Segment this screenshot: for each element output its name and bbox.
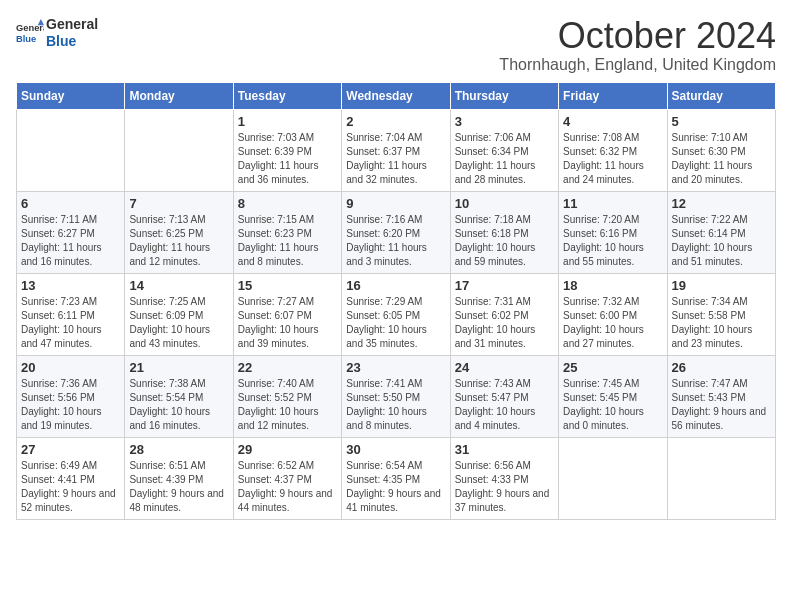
calendar-cell: 25Sunrise: 7:45 AM Sunset: 5:45 PM Dayli… bbox=[559, 355, 667, 437]
day-number: 2 bbox=[346, 114, 445, 129]
day-number: 11 bbox=[563, 196, 662, 211]
month-title: October 2024 bbox=[499, 16, 776, 56]
calendar-cell: 9Sunrise: 7:16 AM Sunset: 6:20 PM Daylig… bbox=[342, 191, 450, 273]
day-info: Sunrise: 7:11 AM Sunset: 6:27 PM Dayligh… bbox=[21, 213, 120, 269]
logo: General Blue General Blue bbox=[16, 16, 98, 50]
calendar-cell: 13Sunrise: 7:23 AM Sunset: 6:11 PM Dayli… bbox=[17, 273, 125, 355]
calendar-cell bbox=[559, 437, 667, 519]
calendar-cell: 11Sunrise: 7:20 AM Sunset: 6:16 PM Dayli… bbox=[559, 191, 667, 273]
calendar-cell: 18Sunrise: 7:32 AM Sunset: 6:00 PM Dayli… bbox=[559, 273, 667, 355]
day-info: Sunrise: 7:29 AM Sunset: 6:05 PM Dayligh… bbox=[346, 295, 445, 351]
day-number: 24 bbox=[455, 360, 554, 375]
day-info: Sunrise: 7:31 AM Sunset: 6:02 PM Dayligh… bbox=[455, 295, 554, 351]
calendar-cell: 23Sunrise: 7:41 AM Sunset: 5:50 PM Dayli… bbox=[342, 355, 450, 437]
day-info: Sunrise: 7:04 AM Sunset: 6:37 PM Dayligh… bbox=[346, 131, 445, 187]
day-info: Sunrise: 7:08 AM Sunset: 6:32 PM Dayligh… bbox=[563, 131, 662, 187]
calendar-cell: 29Sunrise: 6:52 AM Sunset: 4:37 PM Dayli… bbox=[233, 437, 341, 519]
title-block: October 2024 Thornhaugh, England, United… bbox=[499, 16, 776, 74]
location-subtitle: Thornhaugh, England, United Kingdom bbox=[499, 56, 776, 74]
calendar-cell: 24Sunrise: 7:43 AM Sunset: 5:47 PM Dayli… bbox=[450, 355, 558, 437]
calendar-cell: 1Sunrise: 7:03 AM Sunset: 6:39 PM Daylig… bbox=[233, 109, 341, 191]
calendar-cell: 30Sunrise: 6:54 AM Sunset: 4:35 PM Dayli… bbox=[342, 437, 450, 519]
day-header-wednesday: Wednesday bbox=[342, 82, 450, 109]
week-row-1: 1Sunrise: 7:03 AM Sunset: 6:39 PM Daylig… bbox=[17, 109, 776, 191]
day-number: 21 bbox=[129, 360, 228, 375]
day-info: Sunrise: 7:47 AM Sunset: 5:43 PM Dayligh… bbox=[672, 377, 771, 433]
day-info: Sunrise: 6:52 AM Sunset: 4:37 PM Dayligh… bbox=[238, 459, 337, 515]
calendar-cell: 21Sunrise: 7:38 AM Sunset: 5:54 PM Dayli… bbox=[125, 355, 233, 437]
calendar-cell: 10Sunrise: 7:18 AM Sunset: 6:18 PM Dayli… bbox=[450, 191, 558, 273]
calendar-cell: 28Sunrise: 6:51 AM Sunset: 4:39 PM Dayli… bbox=[125, 437, 233, 519]
day-info: Sunrise: 7:15 AM Sunset: 6:23 PM Dayligh… bbox=[238, 213, 337, 269]
day-number: 29 bbox=[238, 442, 337, 457]
day-number: 23 bbox=[346, 360, 445, 375]
day-number: 19 bbox=[672, 278, 771, 293]
day-info: Sunrise: 7:36 AM Sunset: 5:56 PM Dayligh… bbox=[21, 377, 120, 433]
day-number: 26 bbox=[672, 360, 771, 375]
calendar-cell bbox=[667, 437, 775, 519]
day-header-sunday: Sunday bbox=[17, 82, 125, 109]
calendar-cell: 16Sunrise: 7:29 AM Sunset: 6:05 PM Dayli… bbox=[342, 273, 450, 355]
calendar-cell bbox=[17, 109, 125, 191]
calendar-cell: 17Sunrise: 7:31 AM Sunset: 6:02 PM Dayli… bbox=[450, 273, 558, 355]
calendar-cell: 5Sunrise: 7:10 AM Sunset: 6:30 PM Daylig… bbox=[667, 109, 775, 191]
calendar-cell: 31Sunrise: 6:56 AM Sunset: 4:33 PM Dayli… bbox=[450, 437, 558, 519]
calendar-header: SundayMondayTuesdayWednesdayThursdayFrid… bbox=[17, 82, 776, 109]
day-info: Sunrise: 7:06 AM Sunset: 6:34 PM Dayligh… bbox=[455, 131, 554, 187]
day-number: 13 bbox=[21, 278, 120, 293]
day-number: 8 bbox=[238, 196, 337, 211]
calendar-cell: 14Sunrise: 7:25 AM Sunset: 6:09 PM Dayli… bbox=[125, 273, 233, 355]
week-row-3: 13Sunrise: 7:23 AM Sunset: 6:11 PM Dayli… bbox=[17, 273, 776, 355]
day-number: 31 bbox=[455, 442, 554, 457]
day-info: Sunrise: 6:51 AM Sunset: 4:39 PM Dayligh… bbox=[129, 459, 228, 515]
day-info: Sunrise: 7:41 AM Sunset: 5:50 PM Dayligh… bbox=[346, 377, 445, 433]
day-number: 3 bbox=[455, 114, 554, 129]
calendar-cell: 20Sunrise: 7:36 AM Sunset: 5:56 PM Dayli… bbox=[17, 355, 125, 437]
day-info: Sunrise: 7:23 AM Sunset: 6:11 PM Dayligh… bbox=[21, 295, 120, 351]
day-info: Sunrise: 7:10 AM Sunset: 6:30 PM Dayligh… bbox=[672, 131, 771, 187]
calendar-cell: 15Sunrise: 7:27 AM Sunset: 6:07 PM Dayli… bbox=[233, 273, 341, 355]
calendar-cell: 6Sunrise: 7:11 AM Sunset: 6:27 PM Daylig… bbox=[17, 191, 125, 273]
week-row-2: 6Sunrise: 7:11 AM Sunset: 6:27 PM Daylig… bbox=[17, 191, 776, 273]
day-info: Sunrise: 6:49 AM Sunset: 4:41 PM Dayligh… bbox=[21, 459, 120, 515]
day-number: 14 bbox=[129, 278, 228, 293]
day-info: Sunrise: 7:34 AM Sunset: 5:58 PM Dayligh… bbox=[672, 295, 771, 351]
day-info: Sunrise: 7:03 AM Sunset: 6:39 PM Dayligh… bbox=[238, 131, 337, 187]
day-number: 16 bbox=[346, 278, 445, 293]
page-header: General Blue General Blue October 2024 T… bbox=[16, 16, 776, 74]
day-info: Sunrise: 7:40 AM Sunset: 5:52 PM Dayligh… bbox=[238, 377, 337, 433]
day-header-monday: Monday bbox=[125, 82, 233, 109]
week-row-5: 27Sunrise: 6:49 AM Sunset: 4:41 PM Dayli… bbox=[17, 437, 776, 519]
logo-icon: General Blue bbox=[16, 19, 44, 47]
day-header-saturday: Saturday bbox=[667, 82, 775, 109]
day-number: 25 bbox=[563, 360, 662, 375]
days-of-week-row: SundayMondayTuesdayWednesdayThursdayFrid… bbox=[17, 82, 776, 109]
day-number: 4 bbox=[563, 114, 662, 129]
day-number: 15 bbox=[238, 278, 337, 293]
day-number: 27 bbox=[21, 442, 120, 457]
calendar-cell: 2Sunrise: 7:04 AM Sunset: 6:37 PM Daylig… bbox=[342, 109, 450, 191]
calendar-cell: 27Sunrise: 6:49 AM Sunset: 4:41 PM Dayli… bbox=[17, 437, 125, 519]
calendar-cell: 4Sunrise: 7:08 AM Sunset: 6:32 PM Daylig… bbox=[559, 109, 667, 191]
week-row-4: 20Sunrise: 7:36 AM Sunset: 5:56 PM Dayli… bbox=[17, 355, 776, 437]
day-info: Sunrise: 7:32 AM Sunset: 6:00 PM Dayligh… bbox=[563, 295, 662, 351]
calendar-cell: 19Sunrise: 7:34 AM Sunset: 5:58 PM Dayli… bbox=[667, 273, 775, 355]
day-number: 9 bbox=[346, 196, 445, 211]
day-info: Sunrise: 7:16 AM Sunset: 6:20 PM Dayligh… bbox=[346, 213, 445, 269]
calendar-cell: 26Sunrise: 7:47 AM Sunset: 5:43 PM Dayli… bbox=[667, 355, 775, 437]
svg-marker-2 bbox=[38, 19, 44, 25]
day-number: 30 bbox=[346, 442, 445, 457]
day-number: 5 bbox=[672, 114, 771, 129]
day-info: Sunrise: 7:43 AM Sunset: 5:47 PM Dayligh… bbox=[455, 377, 554, 433]
day-number: 28 bbox=[129, 442, 228, 457]
day-number: 10 bbox=[455, 196, 554, 211]
calendar-cell: 8Sunrise: 7:15 AM Sunset: 6:23 PM Daylig… bbox=[233, 191, 341, 273]
day-info: Sunrise: 7:20 AM Sunset: 6:16 PM Dayligh… bbox=[563, 213, 662, 269]
day-number: 6 bbox=[21, 196, 120, 211]
day-info: Sunrise: 7:27 AM Sunset: 6:07 PM Dayligh… bbox=[238, 295, 337, 351]
calendar-body: 1Sunrise: 7:03 AM Sunset: 6:39 PM Daylig… bbox=[17, 109, 776, 519]
calendar-table: SundayMondayTuesdayWednesdayThursdayFrid… bbox=[16, 82, 776, 520]
calendar-cell: 7Sunrise: 7:13 AM Sunset: 6:25 PM Daylig… bbox=[125, 191, 233, 273]
calendar-cell: 22Sunrise: 7:40 AM Sunset: 5:52 PM Dayli… bbox=[233, 355, 341, 437]
day-number: 7 bbox=[129, 196, 228, 211]
